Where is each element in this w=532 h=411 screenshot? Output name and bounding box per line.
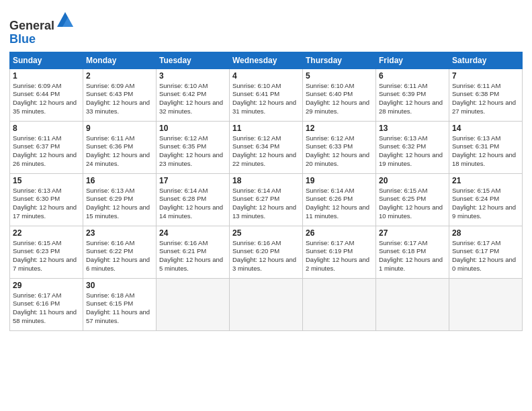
day-number: 3 xyxy=(159,71,226,81)
day-info: Sunrise: 6:17 AMSunset: 6:19 PMDaylight:… xyxy=(306,239,373,273)
day-cell-24: 24Sunrise: 6:16 AMSunset: 6:21 PMDayligh… xyxy=(157,226,230,278)
day-info: Sunrise: 6:10 AMSunset: 6:42 PMDaylight:… xyxy=(159,82,226,116)
weekday-tuesday: Tuesday xyxy=(157,52,230,68)
day-number: 17 xyxy=(159,176,226,185)
day-cell-21: 21Sunrise: 6:15 AMSunset: 6:24 PMDayligh… xyxy=(449,173,523,226)
logo-general: General xyxy=(9,19,54,32)
day-cell-29: 29Sunrise: 6:17 AMSunset: 6:16 PMDayligh… xyxy=(10,278,83,330)
day-number: 14 xyxy=(452,124,519,133)
day-info: Sunrise: 6:13 AMSunset: 6:32 PMDaylight:… xyxy=(379,134,446,169)
day-info: Sunrise: 6:17 AMSunset: 6:16 PMDaylight:… xyxy=(13,291,80,326)
empty-cell xyxy=(303,278,376,330)
header: General Blue xyxy=(9,7,523,46)
weekday-thursday: Thursday xyxy=(303,52,376,68)
day-number: 10 xyxy=(159,124,226,133)
day-number: 11 xyxy=(232,124,300,133)
day-number: 8 xyxy=(13,124,80,133)
week-row-5: 29Sunrise: 6:17 AMSunset: 6:16 PMDayligh… xyxy=(10,278,523,330)
day-number: 16 xyxy=(86,176,153,185)
day-number: 30 xyxy=(86,281,153,290)
week-row-1: 1Sunrise: 6:09 AMSunset: 6:44 PMDaylight… xyxy=(10,68,523,121)
day-cell-7: 7Sunrise: 6:11 AMSunset: 6:38 PMDaylight… xyxy=(449,68,523,121)
day-number: 24 xyxy=(159,228,226,238)
day-cell-8: 8Sunrise: 6:11 AMSunset: 6:37 PMDaylight… xyxy=(10,121,83,173)
day-cell-26: 26Sunrise: 6:17 AMSunset: 6:19 PMDayligh… xyxy=(303,226,376,278)
day-cell-11: 11Sunrise: 6:12 AMSunset: 6:34 PMDayligh… xyxy=(230,121,303,173)
day-info: Sunrise: 6:14 AMSunset: 6:26 PMDaylight:… xyxy=(306,187,373,221)
day-info: Sunrise: 6:16 AMSunset: 6:21 PMDaylight:… xyxy=(159,239,226,273)
day-number: 26 xyxy=(306,228,373,238)
day-cell-16: 16Sunrise: 6:13 AMSunset: 6:29 PMDayligh… xyxy=(83,173,157,226)
day-cell-23: 23Sunrise: 6:16 AMSunset: 6:22 PMDayligh… xyxy=(83,226,157,278)
day-info: Sunrise: 6:09 AMSunset: 6:44 PMDaylight:… xyxy=(13,82,80,116)
day-number: 5 xyxy=(306,71,373,81)
day-number: 12 xyxy=(306,124,373,133)
day-info: Sunrise: 6:17 AMSunset: 6:17 PMDaylight:… xyxy=(452,239,519,273)
day-cell-15: 15Sunrise: 6:13 AMSunset: 6:30 PMDayligh… xyxy=(10,173,83,226)
day-cell-12: 12Sunrise: 6:12 AMSunset: 6:33 PMDayligh… xyxy=(303,121,376,173)
day-info: Sunrise: 6:15 AMSunset: 6:25 PMDaylight:… xyxy=(379,187,446,221)
day-info: Sunrise: 6:14 AMSunset: 6:27 PMDaylight:… xyxy=(232,187,300,221)
day-cell-30: 30Sunrise: 6:18 AMSunset: 6:15 PMDayligh… xyxy=(83,278,157,330)
day-number: 29 xyxy=(13,281,80,290)
day-info: Sunrise: 6:16 AMSunset: 6:22 PMDaylight:… xyxy=(86,239,153,273)
empty-cell xyxy=(157,278,230,330)
week-row-2: 8Sunrise: 6:11 AMSunset: 6:37 PMDaylight… xyxy=(10,121,523,173)
weekday-header-row: SundayMondayTuesdayWednesdayThursdayFrid… xyxy=(10,52,523,68)
day-cell-2: 2Sunrise: 6:09 AMSunset: 6:43 PMDaylight… xyxy=(83,68,157,121)
day-info: Sunrise: 6:12 AMSunset: 6:34 PMDaylight:… xyxy=(232,134,300,169)
page: General Blue SundayMondayTuesdayWednesda… xyxy=(0,0,532,411)
day-info: Sunrise: 6:10 AMSunset: 6:40 PMDaylight:… xyxy=(306,82,373,116)
day-number: 2 xyxy=(86,71,153,81)
day-info: Sunrise: 6:16 AMSunset: 6:20 PMDaylight:… xyxy=(232,239,300,273)
day-number: 21 xyxy=(452,176,519,185)
logo-icon xyxy=(56,11,75,30)
day-info: Sunrise: 6:11 AMSunset: 6:39 PMDaylight:… xyxy=(379,82,446,116)
day-cell-18: 18Sunrise: 6:14 AMSunset: 6:27 PMDayligh… xyxy=(230,173,303,226)
day-cell-28: 28Sunrise: 6:17 AMSunset: 6:17 PMDayligh… xyxy=(449,226,523,278)
day-number: 22 xyxy=(13,228,80,238)
day-info: Sunrise: 6:14 AMSunset: 6:28 PMDaylight:… xyxy=(159,187,226,221)
logo-blue: Blue xyxy=(9,32,36,46)
day-cell-9: 9Sunrise: 6:11 AMSunset: 6:36 PMDaylight… xyxy=(83,121,157,173)
day-info: Sunrise: 6:12 AMSunset: 6:33 PMDaylight:… xyxy=(306,134,373,169)
day-number: 27 xyxy=(379,228,446,238)
weekday-saturday: Saturday xyxy=(449,52,523,68)
day-cell-13: 13Sunrise: 6:13 AMSunset: 6:32 PMDayligh… xyxy=(376,121,449,173)
day-info: Sunrise: 6:11 AMSunset: 6:37 PMDaylight:… xyxy=(13,134,80,169)
day-info: Sunrise: 6:09 AMSunset: 6:43 PMDaylight:… xyxy=(86,82,153,116)
day-number: 7 xyxy=(452,71,519,81)
day-number: 23 xyxy=(86,228,153,238)
day-number: 6 xyxy=(379,71,446,81)
day-cell-1: 1Sunrise: 6:09 AMSunset: 6:44 PMDaylight… xyxy=(10,68,83,121)
day-cell-19: 19Sunrise: 6:14 AMSunset: 6:26 PMDayligh… xyxy=(303,173,376,226)
day-number: 1 xyxy=(13,71,80,81)
day-number: 15 xyxy=(13,176,80,185)
day-info: Sunrise: 6:11 AMSunset: 6:36 PMDaylight:… xyxy=(86,134,153,169)
day-cell-22: 22Sunrise: 6:15 AMSunset: 6:23 PMDayligh… xyxy=(10,226,83,278)
weekday-monday: Monday xyxy=(83,52,157,68)
day-cell-27: 27Sunrise: 6:17 AMSunset: 6:18 PMDayligh… xyxy=(376,226,449,278)
day-info: Sunrise: 6:13 AMSunset: 6:31 PMDaylight:… xyxy=(452,134,519,169)
empty-cell xyxy=(376,278,449,330)
day-cell-10: 10Sunrise: 6:12 AMSunset: 6:35 PMDayligh… xyxy=(157,121,230,173)
day-number: 20 xyxy=(379,176,446,185)
day-cell-6: 6Sunrise: 6:11 AMSunset: 6:39 PMDaylight… xyxy=(376,68,449,121)
day-info: Sunrise: 6:11 AMSunset: 6:38 PMDaylight:… xyxy=(452,82,519,116)
day-number: 19 xyxy=(306,176,373,185)
day-number: 28 xyxy=(452,228,519,238)
day-info: Sunrise: 6:15 AMSunset: 6:24 PMDaylight:… xyxy=(452,187,519,221)
day-number: 9 xyxy=(86,124,153,133)
week-row-4: 22Sunrise: 6:15 AMSunset: 6:23 PMDayligh… xyxy=(10,226,523,278)
weekday-friday: Friday xyxy=(376,52,449,68)
day-cell-14: 14Sunrise: 6:13 AMSunset: 6:31 PMDayligh… xyxy=(449,121,523,173)
day-info: Sunrise: 6:17 AMSunset: 6:18 PMDaylight:… xyxy=(379,239,446,273)
week-row-3: 15Sunrise: 6:13 AMSunset: 6:30 PMDayligh… xyxy=(10,173,523,226)
day-number: 25 xyxy=(232,228,300,238)
day-info: Sunrise: 6:12 AMSunset: 6:35 PMDaylight:… xyxy=(159,134,226,169)
empty-cell xyxy=(449,278,523,330)
day-info: Sunrise: 6:18 AMSunset: 6:15 PMDaylight:… xyxy=(86,291,153,326)
day-cell-4: 4Sunrise: 6:10 AMSunset: 6:41 PMDaylight… xyxy=(230,68,303,121)
day-cell-20: 20Sunrise: 6:15 AMSunset: 6:25 PMDayligh… xyxy=(376,173,449,226)
day-cell-3: 3Sunrise: 6:10 AMSunset: 6:42 PMDaylight… xyxy=(157,68,230,121)
